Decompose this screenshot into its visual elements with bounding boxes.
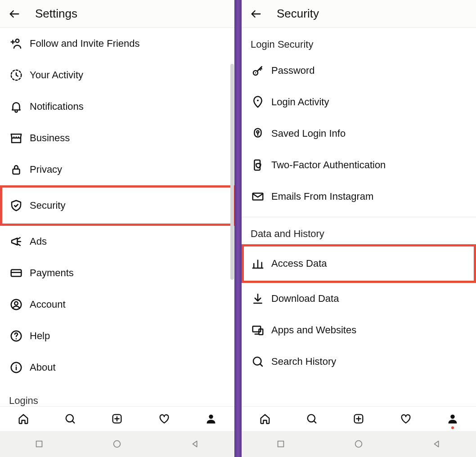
menu-ads[interactable]: Ads <box>0 226 234 257</box>
menu-apps-websites[interactable]: Apps and Websites <box>242 314 476 346</box>
menu-security[interactable]: Security <box>0 185 234 226</box>
menu-about[interactable]: About <box>0 352 234 383</box>
menu-item-label: Two-Factor Authentication <box>271 159 386 171</box>
nav-profile[interactable] <box>446 412 459 426</box>
sys-back[interactable] <box>431 438 443 450</box>
svg-point-17 <box>257 99 259 101</box>
svg-point-7 <box>16 338 17 340</box>
menu-item-label: Password <box>271 65 315 76</box>
menu-item-label: Business <box>30 132 70 144</box>
menu-privacy[interactable]: Privacy <box>0 154 234 185</box>
menu-item-label: Account <box>30 299 66 310</box>
nav-home[interactable] <box>258 412 272 426</box>
data-history-heading: Data and History <box>242 217 476 244</box>
menu-business[interactable]: Business <box>0 122 234 154</box>
svg-point-0 <box>16 39 19 43</box>
menu-item-label: Notifications <box>30 101 84 112</box>
menu-item-label: Security <box>30 200 65 211</box>
security-title: Security <box>277 7 319 21</box>
shield-check-icon <box>9 198 23 213</box>
bottom-nav-left <box>0 406 234 431</box>
menu-item-label: About <box>30 362 56 373</box>
menu-payments[interactable]: Payments <box>0 257 234 289</box>
logins-heading: Logins <box>0 383 234 406</box>
download-icon <box>251 291 265 306</box>
back-button[interactable] <box>249 7 263 21</box>
security-content[interactable]: Login Security Password Login Activity S… <box>242 28 476 406</box>
envelope-icon <box>251 189 265 204</box>
menu-item-label: Saved Login Info <box>271 128 346 139</box>
sys-recent[interactable] <box>275 438 287 450</box>
credit-card-icon <box>9 266 23 280</box>
pane-divider <box>234 0 242 457</box>
devices-icon <box>251 323 265 337</box>
menu-emails-instagram[interactable]: Emails From Instagram <box>242 181 476 212</box>
nav-search[interactable] <box>305 412 319 426</box>
clock-activity-icon <box>9 68 23 82</box>
help-circle-icon <box>9 329 23 343</box>
keyhole-icon <box>251 126 265 141</box>
menu-follow-invite[interactable]: Follow and Invite Friends <box>0 28 234 59</box>
menu-search-history[interactable]: Search History <box>242 346 476 377</box>
sys-home[interactable] <box>111 438 123 450</box>
nav-activity[interactable] <box>157 412 171 426</box>
settings-header: Settings <box>0 0 234 28</box>
svg-rect-19 <box>255 160 260 170</box>
menu-item-label: Privacy <box>30 164 62 175</box>
svg-rect-13 <box>36 441 42 447</box>
nav-add[interactable] <box>110 412 124 426</box>
nav-search[interactable] <box>63 412 77 426</box>
svg-point-5 <box>14 302 18 305</box>
scrollbar[interactable] <box>230 64 234 280</box>
sys-home[interactable] <box>353 438 364 450</box>
menu-item-label: Follow and Invite Friends <box>30 38 140 49</box>
menu-account[interactable]: Account <box>0 289 234 320</box>
menu-help[interactable]: Help <box>0 320 234 352</box>
storefront-icon <box>9 131 23 145</box>
location-pin-icon <box>251 95 265 109</box>
nav-activity[interactable] <box>399 412 413 426</box>
menu-notifications[interactable]: Notifications <box>0 91 234 122</box>
user-circle-icon <box>9 297 23 312</box>
info-circle-icon <box>9 360 23 375</box>
person-plus-icon <box>9 36 23 51</box>
security-pane: Security Login Security Password Login A… <box>242 0 476 457</box>
menu-password[interactable]: Password <box>242 55 476 86</box>
menu-item-label: Help <box>30 330 50 342</box>
menu-login-activity[interactable]: Login Activity <box>242 86 476 118</box>
security-header: Security <box>242 0 476 28</box>
settings-title: Settings <box>35 7 77 21</box>
back-button[interactable] <box>7 7 22 21</box>
menu-item-label: Apps and Websites <box>271 324 356 336</box>
svg-point-12 <box>209 415 213 419</box>
system-nav-right <box>242 431 476 457</box>
menu-item-label: Your Activity <box>30 69 83 81</box>
lock-icon <box>9 162 23 177</box>
bar-chart-icon <box>251 256 265 271</box>
svg-point-9 <box>16 365 17 366</box>
login-security-heading: Login Security <box>242 28 476 55</box>
phone-shield-icon <box>251 158 265 172</box>
sys-recent[interactable] <box>33 438 45 450</box>
menu-saved-login[interactable]: Saved Login Info <box>242 118 476 149</box>
svg-point-14 <box>114 441 121 448</box>
menu-your-activity[interactable]: Your Activity <box>0 59 234 91</box>
svg-point-16 <box>255 72 256 74</box>
megaphone-icon <box>9 234 23 249</box>
settings-pane: Settings Follow and Invite Friends Your … <box>0 0 234 457</box>
nav-profile[interactable] <box>204 412 218 426</box>
menu-item-label: Search History <box>271 356 336 367</box>
menu-item-label: Access Data <box>271 258 327 269</box>
menu-item-label: Payments <box>30 267 74 279</box>
nav-home[interactable] <box>17 412 30 426</box>
menu-item-label: Login Activity <box>271 96 329 108</box>
nav-add[interactable] <box>352 412 365 426</box>
sys-back[interactable] <box>189 438 201 450</box>
system-nav-left <box>0 431 234 457</box>
menu-item-label: Emails From Instagram <box>271 191 373 202</box>
svg-rect-27 <box>278 441 283 447</box>
menu-access-data[interactable]: Access Data <box>242 244 476 283</box>
settings-content[interactable]: Follow and Invite Friends Your Activity … <box>0 28 234 406</box>
menu-download-data[interactable]: Download Data <box>242 283 476 314</box>
menu-two-factor[interactable]: Two-Factor Authentication <box>242 149 476 181</box>
